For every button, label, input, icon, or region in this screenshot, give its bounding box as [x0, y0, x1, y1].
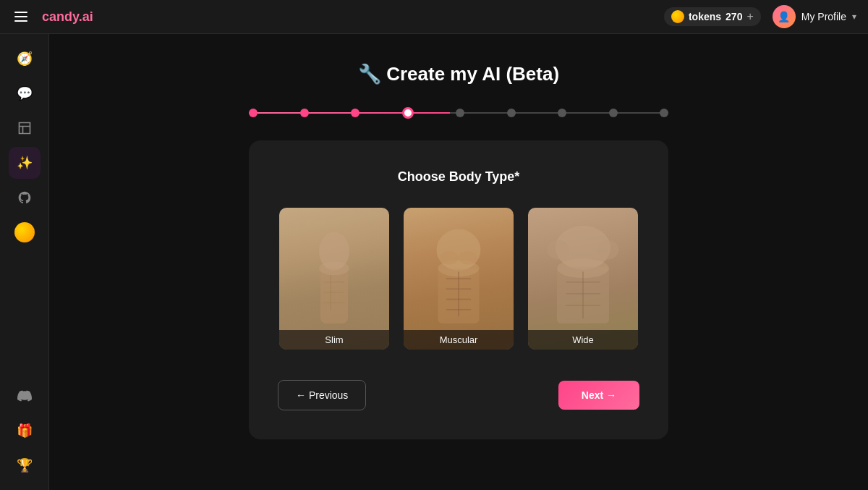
sidebar-bottom: 🎁 🏆 [9, 380, 41, 481]
muscular-body-svg [404, 208, 514, 350]
previous-button[interactable]: ← Previous [278, 380, 366, 410]
svg-point-20 [548, 240, 569, 260]
svg-point-10 [439, 251, 459, 265]
tokens-badge[interactable]: tokens 270 + [664, 7, 761, 26]
stepper-dot-9 [660, 109, 668, 117]
page-title: 🔧 Create my AI (Beta) [358, 63, 559, 85]
nav-buttons: ← Previous Next → [278, 380, 639, 410]
tokens-label: tokens [689, 11, 721, 22]
stepper-dot-3 [351, 109, 359, 117]
hamburger-menu[interactable] [12, 9, 30, 25]
body-label-muscular: Muscular [404, 330, 514, 350]
svg-point-2 [319, 261, 349, 275]
body-label-slim: Slim [279, 330, 389, 350]
header-left: candy.ai [12, 9, 93, 25]
main-content: 🔧 Create my AI (Beta) Choose Body Type* [49, 34, 868, 490]
sidebar-item-chat[interactable]: 💬 [9, 77, 41, 109]
body-label-wide: Wide [528, 330, 638, 350]
stepper-dot-7 [558, 109, 566, 117]
wide-body-svg [528, 208, 638, 350]
body-option-slim[interactable]: Slim [278, 206, 391, 351]
logo-suffix: .ai [79, 9, 93, 24]
avatar: 👤 [773, 5, 796, 28]
profile-section[interactable]: 👤 My Profile ▾ [773, 5, 856, 28]
chevron-down-icon: ▾ [852, 12, 856, 22]
body-options: Slim [278, 206, 639, 351]
svg-point-11 [459, 251, 478, 265]
sidebar-item-github[interactable] [9, 182, 41, 214]
header: candy.ai tokens 270 + 👤 My Profile ▾ [0, 0, 868, 34]
token-coin-icon [671, 10, 684, 23]
sidebar-top: 🧭 💬 ✨ [9, 43, 41, 248]
sidebar-item-feed[interactable] [9, 112, 41, 144]
logo: candy.ai [42, 9, 93, 25]
sidebar-item-discord[interactable] [9, 380, 41, 412]
stepper-dot-5 [456, 109, 464, 117]
svg-point-21 [597, 240, 618, 260]
sidebar-item-referral[interactable]: 🎁 [9, 415, 41, 447]
profile-name: My Profile [801, 11, 846, 22]
logo-text: candy [42, 9, 79, 24]
slim-body-svg [279, 208, 389, 350]
svg-rect-1 [320, 269, 348, 324]
body-option-wide[interactable]: Wide [527, 206, 639, 351]
tokens-count: 270 [726, 11, 742, 22]
sidebar-item-coins[interactable] [9, 216, 41, 248]
stepper-dot-4 [402, 107, 414, 119]
creation-card: Choose Body Type* [249, 140, 668, 439]
sidebar-item-leaderboard[interactable]: 🏆 [9, 449, 41, 481]
stepper-dots [249, 107, 668, 119]
stepper-dot-6 [507, 109, 516, 117]
body-image-muscular [404, 208, 514, 350]
sidebar-item-explore[interactable]: 🧭 [9, 43, 41, 75]
stepper-dot-8 [609, 109, 618, 117]
main-layout: 🧭 💬 ✨ � [0, 34, 868, 490]
header-right: tokens 270 + 👤 My Profile ▾ [664, 5, 856, 28]
tokens-add-button[interactable]: + [746, 10, 753, 23]
body-image-wide [528, 208, 638, 350]
sidebar-item-create[interactable]: ✨ [9, 147, 41, 179]
body-option-muscular[interactable]: Muscular [402, 206, 515, 351]
coin-icon [14, 222, 35, 242]
stepper-dot-2 [300, 109, 309, 117]
stepper [249, 107, 668, 119]
body-image-slim [279, 208, 389, 350]
card-title: Choose Body Type* [278, 169, 639, 185]
stepper-dot-1 [249, 109, 258, 117]
next-button[interactable]: Next → [558, 381, 639, 410]
sidebar: 🧭 💬 ✨ � [0, 34, 49, 490]
